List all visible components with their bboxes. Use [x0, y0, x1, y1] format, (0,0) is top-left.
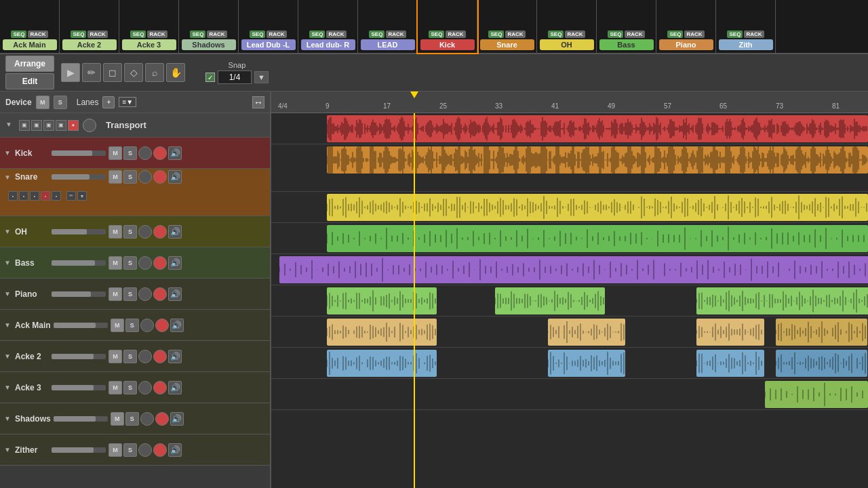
output-btn[interactable]: 🔊 — [168, 170, 182, 184]
output-btn[interactable]: 🔊 — [168, 256, 182, 270]
snap-checkbox[interactable]: ✓ — [205, 73, 215, 82]
solo-btn[interactable]: S — [125, 319, 139, 332]
timeline-track-8[interactable] — [271, 379, 868, 410]
snare-arrow-icon[interactable]: ▼ — [77, 191, 87, 201]
track-fader[interactable] — [52, 447, 106, 453]
mute-btn[interactable]: M — [108, 381, 122, 394]
track-knob[interactable] — [138, 256, 152, 270]
clip-6-3[interactable] — [776, 319, 867, 346]
track-knob[interactable] — [138, 225, 152, 239]
clip-5-1[interactable] — [495, 287, 605, 314]
instrument-lead-dub--l[interactable]: SEQRACKLead Dub -L — [239, 0, 298, 53]
timeline-track-3[interactable] — [271, 223, 868, 254]
t-icon-1[interactable]: ▣ — [19, 120, 30, 131]
lanes-dropdown[interactable]: ≡▼ — [119, 97, 136, 107]
solo-btn[interactable]: S — [123, 256, 137, 270]
timeline-track-7[interactable] — [271, 348, 868, 379]
record-btn[interactable] — [155, 319, 169, 332]
record-btn[interactable] — [153, 350, 167, 363]
solo-btn[interactable]: S — [123, 350, 137, 363]
track-knob[interactable] — [138, 443, 152, 457]
t-icon-4[interactable]: ▣ — [56, 120, 66, 131]
edit-button[interactable]: Edit — [5, 73, 54, 89]
timeline-track-0[interactable] — [271, 113, 868, 144]
solo-btn[interactable]: S — [123, 287, 137, 301]
instrument-shadows[interactable]: SEQRACKShadows — [179, 0, 239, 53]
instrument-oh[interactable]: SEQRACKOH — [537, 0, 597, 53]
arrange-button[interactable]: Arrange — [5, 56, 54, 72]
track-knob[interactable] — [140, 319, 154, 332]
snare-sub-icon-2[interactable]: ▪ — [30, 191, 39, 201]
track-fader[interactable] — [52, 354, 106, 359]
track-expand-arrow[interactable]: ▼ — [4, 352, 12, 360]
track-fader[interactable] — [52, 174, 106, 180]
solo-btn[interactable]: S — [123, 381, 137, 394]
mute-btn[interactable]: M — [108, 170, 122, 184]
transport-knob[interactable] — [83, 119, 96, 132]
instrument-snare[interactable]: SEQRACKSnare — [477, 0, 537, 53]
hand-tool[interactable]: ✋ — [166, 63, 185, 82]
snare-sub-icon-3[interactable]: ▪ — [41, 191, 50, 201]
mute-btn[interactable]: M — [111, 412, 124, 426]
track-expand-arrow[interactable]: ▼ — [4, 259, 12, 266]
track-knob[interactable] — [138, 170, 152, 184]
device-m-btn[interactable]: M — [36, 96, 50, 109]
clip-8-0[interactable] — [765, 381, 868, 408]
instrument-zith[interactable]: SEQRACKZith — [716, 0, 776, 53]
track-fader[interactable] — [52, 150, 106, 156]
lanes-add-btn[interactable]: + — [102, 96, 115, 108]
t-icon-red[interactable]: ● — [68, 120, 79, 131]
solo-btn[interactable]: S — [123, 170, 137, 184]
track-area[interactable] — [271, 113, 868, 488]
mute-btn[interactable]: M — [108, 146, 122, 160]
record-btn[interactable] — [153, 146, 167, 160]
timeline-track-4[interactable] — [271, 254, 868, 285]
snare-sub-icon-0[interactable]: ▪ — [8, 191, 18, 201]
mute-btn[interactable]: M — [108, 443, 122, 457]
track-knob[interactable] — [140, 412, 154, 426]
clip-7-2[interactable] — [696, 350, 764, 377]
magnify-tool[interactable]: ⌕ — [145, 63, 164, 82]
instrument-acke-3[interactable]: SEQRACKAcke 3 — [119, 0, 179, 53]
timeline-track-6[interactable] — [271, 317, 868, 348]
mute-btn[interactable]: M — [111, 319, 124, 332]
pencil-tool[interactable]: ✏ — [82, 63, 101, 82]
mute-btn[interactable]: M — [108, 225, 122, 239]
instrument-ack-main[interactable]: SEQRACKAck Main — [0, 0, 60, 53]
snare-sub-icon-1[interactable]: ▪ — [19, 191, 28, 201]
instrument-kick[interactable]: SEQRACKKick — [418, 0, 477, 53]
clip-0-0[interactable] — [327, 115, 868, 142]
clip-3-0[interactable] — [327, 225, 868, 252]
record-btn[interactable] — [155, 412, 169, 426]
timeline-track-5[interactable] — [271, 285, 868, 317]
paint-tool[interactable]: ◇ — [124, 63, 143, 82]
track-expand-arrow[interactable]: ▼ — [4, 384, 12, 391]
track-expand-arrow[interactable]: ▼ — [4, 290, 12, 298]
snare-sub-icon-4[interactable]: ▪ — [52, 191, 61, 201]
track-expand-arrow[interactable]: ▼ — [4, 321, 12, 329]
track-fader[interactable] — [52, 385, 106, 390]
timeline-track-1[interactable] — [271, 144, 868, 192]
track-fader[interactable] — [52, 291, 106, 297]
device-s-btn[interactable]: S — [54, 96, 67, 109]
solo-btn[interactable]: S — [123, 225, 137, 239]
panel-resize-btn[interactable]: ↔ — [252, 96, 264, 108]
solo-btn[interactable]: S — [125, 412, 139, 426]
clip-6-1[interactable] — [548, 319, 625, 346]
instrument-lead[interactable]: SEQRACKLEAD — [358, 0, 418, 53]
clip-4-0[interactable] — [279, 256, 868, 283]
record-btn[interactable] — [153, 381, 167, 394]
select-tool[interactable]: ▶ — [61, 63, 80, 82]
track-expand-arrow[interactable]: ▼ — [4, 174, 12, 181]
clip-1-0[interactable] — [327, 146, 868, 174]
track-knob[interactable] — [138, 350, 152, 363]
clip-6-2[interactable] — [696, 319, 764, 346]
track-fader[interactable] — [54, 416, 108, 422]
mute-btn[interactable]: M — [108, 350, 122, 363]
output-btn[interactable]: 🔊 — [170, 319, 184, 332]
snare-pencil-icon[interactable]: ✏ — [66, 191, 76, 201]
output-btn[interactable]: 🔊 — [168, 381, 182, 394]
mute-btn[interactable]: M — [108, 287, 122, 301]
clip-7-3[interactable] — [776, 350, 867, 377]
output-btn[interactable]: 🔊 — [168, 350, 182, 363]
